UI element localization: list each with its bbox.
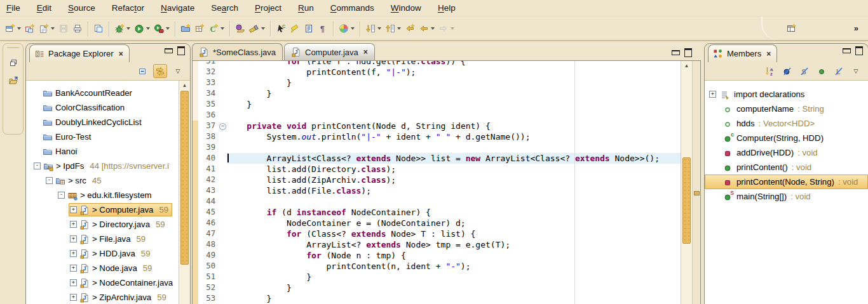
show-selected-element-button[interactable]: [302, 20, 316, 37]
code-text[interactable]: }: [227, 293, 681, 304]
menu-commands[interactable]: Commands: [330, 3, 374, 13]
code-line[interactable]: 39: [193, 142, 681, 153]
expand-icon[interactable]: +: [70, 250, 77, 257]
highlight-button[interactable]: [288, 20, 302, 37]
code-text[interactable]: }: [227, 282, 681, 293]
hide-fields-button[interactable]: [781, 65, 794, 77]
minimize-button[interactable]: [843, 48, 851, 53]
close-icon[interactable]: ×: [766, 50, 771, 58]
tree-item[interactable]: +J> HDD.java59: [26, 246, 190, 261]
debug-button[interactable]: [112, 20, 132, 37]
open-perspective-button[interactable]: [784, 20, 798, 37]
view-menu-button[interactable]: ▽: [850, 65, 862, 77]
member-item[interactable]: addDrive(HDD) : void: [705, 145, 868, 160]
chevron-down-icon[interactable]: [220, 27, 224, 30]
menu-refactor[interactable]: Refactor: [112, 3, 144, 13]
new-class-button[interactable]: C: [207, 20, 226, 37]
new-java-working-set-button[interactable]: [179, 20, 193, 37]
code-area[interactable]: 31 for (File f : hdd.get(File.class)) {3…: [193, 61, 681, 304]
code-line[interactable]: 46 NodeContainer e = (NodeContainer) d;: [193, 218, 681, 228]
tree-item[interactable]: +J> NodeContainer.java59: [26, 275, 190, 290]
code-text[interactable]: private void printContent(Node d, String…: [227, 121, 681, 131]
chevron-down-icon[interactable]: [126, 27, 130, 30]
toolbar-overflow-button[interactable]: »: [848, 23, 865, 33]
code-line[interactable]: 41 list.add(Directory.class);: [193, 164, 681, 175]
new-button[interactable]: [3, 20, 23, 37]
tree-item[interactable]: +J> Node.java59: [26, 261, 190, 275]
expand-icon[interactable]: +: [70, 279, 77, 286]
code-text[interactable]: printContent(f, "|-");: [227, 67, 681, 77]
code-text[interactable]: list.add(Directory.class);: [227, 164, 681, 175]
new-package-button[interactable]: [193, 20, 207, 37]
show-public-members-button[interactable]: [815, 65, 828, 77]
code-text[interactable]: printContent(n, ident + "-");: [227, 261, 681, 272]
scroll-thumb[interactable]: [180, 91, 189, 265]
editor-tab-computer.java[interactable]: JComputer.java×: [284, 43, 375, 60]
forward-button[interactable]: [437, 20, 456, 37]
tree-item[interactable]: DoublyLinkedCyclicList: [26, 115, 190, 129]
last-edit-location-button[interactable]: [403, 20, 417, 37]
collapse-all-button[interactable]: [136, 65, 149, 77]
editor-scrollbar[interactable]: ▲: [681, 61, 692, 304]
package-explorer-scrollbar[interactable]: ▲: [179, 81, 190, 304]
code-text[interactable]: [227, 142, 681, 153]
expand-icon[interactable]: +: [709, 91, 716, 98]
close-icon[interactable]: ×: [119, 50, 123, 58]
editor-scroll-thumb[interactable]: [682, 157, 691, 244]
code-text[interactable]: for (Class<? extends Node> T : list) {: [227, 228, 681, 239]
code-text[interactable]: }: [227, 77, 681, 88]
tree-item[interactable]: -> edu.kit.filesystem: [26, 188, 190, 202]
chevron-down-icon[interactable]: [261, 27, 265, 30]
expand-icon[interactable]: +: [70, 294, 77, 301]
code-line[interactable]: 33 }: [193, 77, 681, 88]
tree-item[interactable]: +J> Directory.java59: [26, 217, 190, 232]
chevron-down-icon[interactable]: [146, 27, 150, 30]
code-text[interactable]: NodeContainer e = (NodeContainer) d;: [227, 218, 681, 228]
code-line[interactable]: 45 if (d instanceof NodeContainer) {: [193, 207, 681, 218]
code-line[interactable]: 36: [193, 110, 681, 121]
member-item[interactable]: cComputer(String, HDD): [705, 131, 868, 145]
fold-collapse-icon[interactable]: −: [219, 123, 226, 130]
collapse-icon[interactable]: -: [58, 192, 65, 199]
code-text[interactable]: ArrayList<? extends Node> tmp = e.get(T)…: [227, 239, 681, 250]
external-tools-button[interactable]: [152, 20, 172, 37]
maximize-button[interactable]: [177, 46, 185, 55]
new-file-button[interactable]: [37, 20, 57, 37]
search-button[interactable]: [247, 20, 267, 37]
chevron-down-icon[interactable]: [397, 27, 401, 30]
code-line[interactable]: 49 for (Node n : tmp) {: [193, 250, 681, 261]
code-text[interactable]: System.out.println("|-" + ident + " " + …: [227, 131, 681, 142]
copy-view-button[interactable]: [92, 20, 105, 37]
code-line[interactable]: 52 }: [193, 282, 681, 293]
code-line[interactable]: 31 for (File f : hdd.get(File.class)) {: [193, 61, 681, 67]
open-view-button[interactable]: [6, 74, 20, 88]
member-item[interactable]: printContent(Node, String) : void: [705, 175, 868, 189]
menu-run[interactable]: Run: [298, 3, 314, 13]
code-text[interactable]: list.add(ZipArchiv.class);: [227, 175, 681, 185]
chevron-down-icon[interactable]: [166, 27, 170, 30]
code-text[interactable]: if (d instanceof NodeContainer) {: [227, 207, 681, 218]
code-line[interactable]: 40 ArrayList<Class<? extends Node>> list…: [193, 153, 681, 164]
expand-icon[interactable]: +: [70, 235, 77, 242]
code-line[interactable]: 48 ArrayList<? extends Node> tmp = e.get…: [193, 239, 681, 250]
previous-annotation-button[interactable]: [383, 20, 403, 37]
code-text[interactable]: [227, 196, 681, 207]
code-text[interactable]: }: [227, 272, 681, 282]
code-line[interactable]: 50 printContent(n, ident + "-");: [193, 261, 681, 272]
code-text[interactable]: }: [227, 88, 681, 99]
menu-edit[interactable]: Edit: [37, 3, 51, 13]
code-text[interactable]: list.add(File.class);: [227, 185, 681, 196]
restore-view-button[interactable]: [6, 56, 20, 70]
member-item[interactable]: computerName : String: [705, 102, 868, 116]
code-text[interactable]: }: [227, 99, 681, 110]
view-menu-button[interactable]: ▽: [172, 65, 184, 77]
hide-local-types-button[interactable]: L: [832, 65, 845, 77]
code-text[interactable]: for (Node n : tmp) {: [227, 250, 681, 261]
print-button[interactable]: [71, 20, 85, 37]
chevron-down-icon[interactable]: [451, 27, 454, 30]
editor-minimize-button[interactable]: [672, 50, 680, 55]
back-button[interactable]: [417, 20, 437, 37]
code-line[interactable]: 34 }: [193, 88, 681, 99]
hide-static-members-button[interactable]: S: [798, 65, 811, 77]
run-button[interactable]: [132, 20, 152, 37]
